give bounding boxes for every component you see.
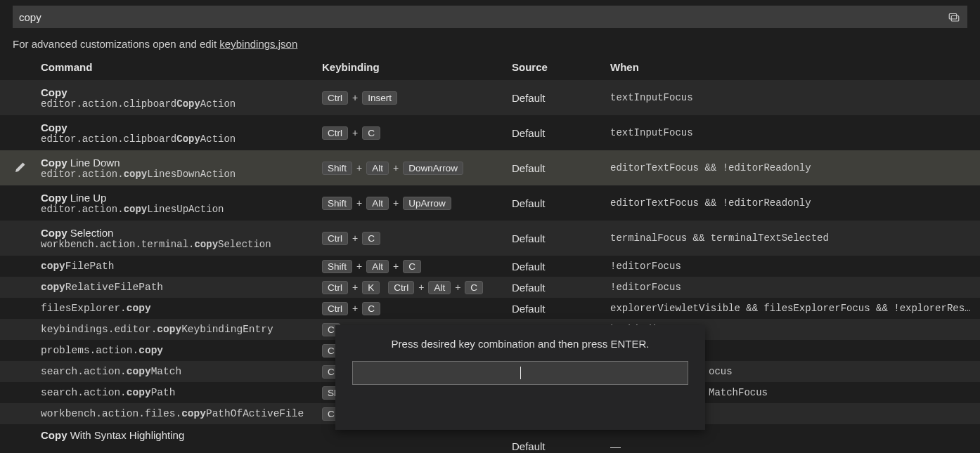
overlay-message: Press desired key combination and then p… <box>352 338 688 350</box>
source-cell: Default <box>512 232 610 244</box>
key-chip: C <box>362 126 380 140</box>
when-cell: — <box>610 440 980 452</box>
define-keybinding-overlay: Press desired key combination and then p… <box>335 325 705 430</box>
pencil-icon[interactable] <box>15 162 26 175</box>
command-id: search.action.copyMatch <box>41 366 316 377</box>
search-container <box>13 6 967 28</box>
when-cell: editorTextFocus && !editorReadonly <box>610 197 980 209</box>
key-chip: C <box>362 232 380 245</box>
when-cell: !editorFocus <box>610 261 980 272</box>
key-chip: Alt <box>366 197 389 210</box>
command-id: editor.action.clipboardCopyAction <box>41 98 316 110</box>
key-separator: + <box>455 282 460 293</box>
hint-prefix: For advanced customizations open and edi… <box>13 38 219 50</box>
table-row[interactable]: filesExplorer.copyCtrl+CDefaultexplorerV… <box>0 298 980 319</box>
key-separator: + <box>352 232 358 244</box>
command-cell: workbench.action.files.copyPathOfActiveF… <box>41 408 322 419</box>
key-chip: Ctrl <box>322 91 348 105</box>
keybinding-cell: Shift+Alt+DownArrow <box>322 162 512 175</box>
command-id: filesExplorer.copy <box>41 303 316 314</box>
key-chip: K <box>362 281 380 294</box>
key-separator: + <box>352 92 358 103</box>
key-chip: Shift <box>322 197 352 210</box>
command-id: copyRelativeFilePath <box>41 282 316 293</box>
command-id: keybindings.editor.copyKeybindingEntry <box>41 324 316 335</box>
text-cursor <box>520 367 521 379</box>
keybinding-cell: Ctrl+Insert <box>322 91 512 105</box>
command-cell: copyFilePath <box>41 261 322 272</box>
source-cell: Default <box>512 303 610 315</box>
keybindings-json-link[interactable]: keybindings.json <box>219 38 297 50</box>
table-row[interactable]: Copyeditor.action.clipboardCopyActionCtr… <box>0 80 980 115</box>
source-cell: Default <box>512 92 610 104</box>
key-separator: + <box>356 261 362 272</box>
command-cell: copyRelativeFilePath <box>41 282 322 293</box>
search-input[interactable] <box>13 8 946 26</box>
key-chip: Ctrl <box>388 281 414 294</box>
source-cell: Default <box>512 440 610 452</box>
command-cell: Copyeditor.action.clipboardCopyAction <box>41 122 322 145</box>
key-separator: + <box>352 127 358 138</box>
command-id: problems.action.copy <box>41 345 316 356</box>
col-when[interactable]: When <box>610 61 980 73</box>
table-row[interactable]: Copy Selectionworkbench.action.terminal.… <box>0 221 980 256</box>
when-cell: terminalFocus && terminalTextSelected <box>610 232 980 244</box>
record-keys-icon[interactable] <box>946 8 962 25</box>
keybinding-cell: Ctrl+K Ctrl+Alt+C <box>322 281 512 294</box>
row-gutter <box>0 162 41 175</box>
key-chip: Alt <box>428 281 451 294</box>
keybinding-cell: Ctrl+C <box>322 126 512 140</box>
command-id: copyFilePath <box>41 261 316 272</box>
source-cell: Default <box>512 127 610 139</box>
key-separator: + <box>352 303 358 314</box>
table-row[interactable]: Copyeditor.action.clipboardCopyActionCtr… <box>0 115 980 150</box>
col-source[interactable]: Source <box>512 61 610 73</box>
when-cell: textInputFocus <box>610 127 980 138</box>
keybinding-cell: Ctrl+C <box>322 302 512 315</box>
keybinding-cell: Shift+Alt+C <box>322 260 512 273</box>
command-cell: search.action.copyMatch <box>41 366 322 377</box>
key-chip: C <box>403 260 421 273</box>
command-title: Copy Line Down <box>41 157 316 169</box>
key-chip: Alt <box>366 162 389 175</box>
svg-rect-0 <box>949 14 957 20</box>
key-separator: + <box>356 162 362 173</box>
command-cell: Copyeditor.action.clipboardCopyAction <box>41 86 322 110</box>
command-cell: Copy With Syntax Highlighting <box>41 429 322 441</box>
keybinding-cell: Ctrl+C <box>322 232 512 245</box>
source-cell: Default <box>512 282 610 294</box>
when-cell: !editorFocus <box>610 282 980 293</box>
table-row[interactable]: copyRelativeFilePathCtrl+K Ctrl+Alt+CDef… <box>0 277 980 298</box>
table-row[interactable]: copyFilePathShift+Alt+CDefault!editorFoc… <box>0 256 980 277</box>
command-id: search.action.copyPath <box>41 387 316 398</box>
source-cell: Default <box>512 162 610 174</box>
when-cell: textInputFocus <box>610 92 980 103</box>
table-row[interactable]: Copy Line Downeditor.action.copyLinesDow… <box>0 150 980 185</box>
table-row[interactable]: Copy Line Upeditor.action.copyLinesUpAct… <box>0 185 980 221</box>
key-chip: DownArrow <box>403 162 463 175</box>
svg-rect-1 <box>951 16 959 22</box>
command-cell: Copy Line Downeditor.action.copyLinesDow… <box>41 157 322 180</box>
command-cell: search.action.copyPath <box>41 387 322 398</box>
command-cell: problems.action.copy <box>41 345 322 356</box>
advanced-hint: For advanced customizations open and edi… <box>13 38 967 50</box>
command-title: Copy Line Up <box>41 192 316 204</box>
key-chip: Ctrl <box>322 232 348 245</box>
key-separator: + <box>393 261 399 272</box>
key-chip: UpArrow <box>403 197 451 210</box>
command-id: editor.action.copyLinesDownAction <box>41 169 316 180</box>
command-id: editor.action.copyLinesUpAction <box>41 204 316 215</box>
key-chip: Shift <box>322 162 352 175</box>
command-id: workbench.action.files.copyPathOfActiveF… <box>41 408 316 419</box>
col-keybinding[interactable]: Keybinding <box>322 61 512 73</box>
command-id: workbench.action.terminal.copySelection <box>41 239 316 250</box>
command-cell: filesExplorer.copy <box>41 303 322 314</box>
command-title: Copy <box>41 86 316 98</box>
command-id: editor.action.clipboardCopyAction <box>41 133 316 145</box>
col-command[interactable]: Command <box>41 61 322 73</box>
key-chip: Ctrl <box>322 126 348 140</box>
source-cell: Default <box>512 197 610 209</box>
key-chip: Ctrl <box>322 302 348 315</box>
when-cell: editorTextFocus && !editorReadonly <box>610 162 980 173</box>
key-chip: C <box>362 302 380 315</box>
